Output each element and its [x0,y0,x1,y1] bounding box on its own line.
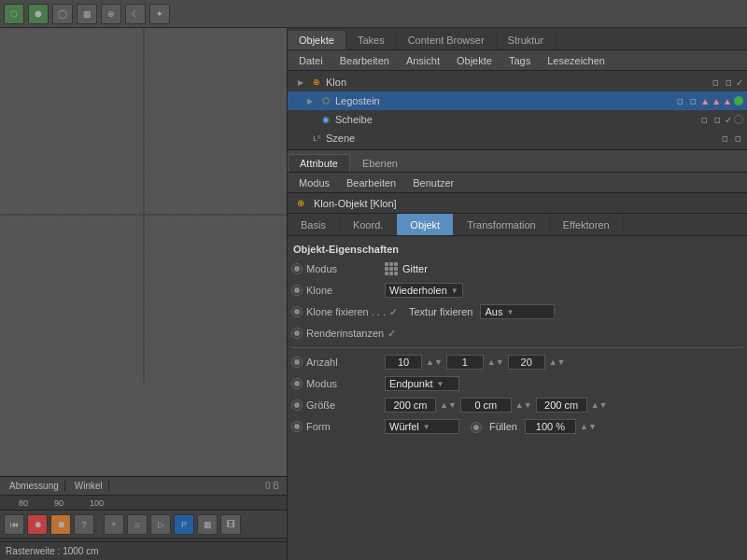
menu-bearbeiten[interactable]: Bearbeiten [332,53,397,68]
szene-icon: L⁰ [310,132,323,145]
tool-icon-3[interactable]: ◯ [52,4,73,24]
tool-icon-4[interactable]: ▦ [77,4,97,24]
scheibe-icon-1[interactable]: ◻ [698,114,710,125]
anzahl-z-input[interactable] [508,355,545,370]
legostein-icon-1[interactable]: ◻ [674,95,685,106]
tab-takes[interactable]: Takes [346,31,397,49]
sub-menu: Modus Bearbeiten Benutzer [288,173,747,193]
winkel-label: Winkel [69,481,109,491]
top-tab-bar: Objekte Takes Content Browser Struktur [288,28,747,50]
tab-effektoren[interactable]: Effektoren [550,214,624,235]
form-dropdown[interactable]: Würfel ▼ [385,419,459,434]
textur-fix-label: Textur fixieren [409,306,472,317]
tree-item-legostein[interactable]: ▶ ⬡ Legostein ◻ ◻ ▲ ▲ ▲ [288,91,747,110]
scheibe-icon: ◉ [319,113,332,126]
menu-bar: Datei Bearbeiten Ansicht Objekte Tags Le… [288,50,747,71]
sub-modus[interactable]: Modus [291,175,337,190]
menu-tags[interactable]: Tags [501,53,538,68]
textur-fix-dropdown[interactable]: Aus ▼ [480,304,555,319]
tool-icon-5[interactable]: ⊕ [101,4,121,24]
tab-transformation[interactable]: Transformation [454,214,550,235]
tab-attribute[interactable]: Attribute [288,154,350,172]
anzahl-y-input[interactable] [446,355,484,370]
tab-objekte[interactable]: Objekte [288,31,346,49]
tab-content-browser[interactable]: Content Browser [397,31,497,49]
modus-key: Modus [306,263,381,274]
tool-icon-2[interactable]: ⬢ [28,4,49,24]
tab-ebenen[interactable]: Ebenen [350,154,410,172]
klone-fix-key: Klone fixieren . . . [306,306,386,317]
prop-form-row: Form Würfel ▼ Füllen ▲▼ [291,416,743,437]
tree-item-klon[interactable]: ▶ ⊕ Klon ◻ ◻ ✓ [288,73,747,91]
prop-groesse-row: Größe ▲▼ ▲▼ ▲▼ [291,395,743,415]
menu-lesezeichen[interactable]: Lesezeichen [540,53,613,68]
key-btn-2[interactable]: ⌂ [127,514,148,535]
timeline-top-bar: Abmessung Winkel 0 B [0,477,287,496]
form-dropdown-arrow: ▼ [423,423,430,431]
tab-objekt[interactable]: Objekt [397,214,454,235]
sub-benutzer[interactable]: Benutzer [405,175,461,190]
groesse-step-y: ▲▼ [515,400,532,410]
rasterweite-text: Rasterweite : 1000 cm [6,546,99,556]
szene-name: Szene [326,133,716,144]
fuellen-radio[interactable] [471,422,482,433]
groesse-z-input[interactable] [536,398,587,413]
groesse-y-input[interactable] [460,398,512,413]
fuellen-input[interactable] [525,419,576,434]
film-btn[interactable]: 🎞 [220,514,241,535]
stop-btn[interactable]: ⏹ [50,514,71,535]
modus-val: Gitter [402,263,428,274]
klon-vis-icon[interactable]: ◻ [710,77,721,88]
legostein-triangle-2: ▲ [712,96,721,106]
object-header: ⊕ Klon-Objekt [Klon] [288,193,747,214]
anzahl-step-x: ▲▼ [426,357,443,367]
pause-btn[interactable]: P [174,514,194,535]
anzahl-radio[interactable] [291,357,303,368]
zero-bar: 0 B [265,481,279,491]
question-btn[interactable]: ? [74,514,94,535]
tree-item-scheibe[interactable]: ◉ Scheibe ◻ ◻ ✓ [288,110,747,129]
tool-icon-1[interactable]: ⬡ [4,4,24,24]
klone-fix-radio[interactable] [291,306,303,317]
legostein-icon-2[interactable]: ◻ [687,95,698,106]
klon-name: Klon [326,77,707,88]
grid-btn[interactable]: ▦ [197,514,218,535]
modus2-dropdown[interactable]: Endpunkt ▼ [385,376,459,391]
groesse-radio[interactable] [291,399,303,411]
anzahl-x-input[interactable] [385,355,422,370]
klone-radio[interactable] [291,285,303,296]
tool-icon-6[interactable]: ☾ [125,4,146,24]
tab-struktur[interactable]: Struktur [497,31,557,49]
klon-lock-icon[interactable]: ◻ [723,77,734,88]
klone-dropdown[interactable]: Wiederholen ▼ [385,283,463,298]
szene-icon-2[interactable]: ◻ [732,133,743,144]
form-radio[interactable] [291,421,303,432]
modus2-radio[interactable] [291,378,303,389]
szene-icon-1[interactable]: ◻ [719,133,730,144]
modus-radio[interactable] [291,263,303,274]
tree-item-szene[interactable]: L⁰ Szene ◻ ◻ [288,129,747,147]
properties-content: Objekt-Eigenschaften Modus Gitter Klone [288,236,747,560]
ruler-mark-2: 90 [54,498,63,508]
winkel-text: Winkel [75,481,103,491]
prop-anzahl-row: Anzahl ▲▼ ▲▼ ▲▼ [291,352,743,372]
klon-right-icons: ◻ ◻ ✓ [710,77,743,88]
play-start-btn[interactable]: ⏮ [4,514,24,535]
top-toolbar: ⬡ ⬢ ◯ ▦ ⊕ ☾ ✦ [0,0,747,28]
record-btn[interactable]: ⏺ [27,514,48,535]
menu-ansicht[interactable]: Ansicht [399,53,447,68]
scheibe-icon-2[interactable]: ◻ [712,114,723,125]
tool-icon-7[interactable]: ✦ [149,4,170,24]
klon-arrow-icon: ▶ [298,78,307,87]
play-btn[interactable]: ▷ [150,514,171,535]
tab-koord[interactable]: Koord. [340,214,397,235]
klon-icon: ⊕ [310,76,323,89]
menu-objekte[interactable]: Objekte [449,53,500,68]
menu-datei[interactable]: Datei [291,53,331,68]
fuellen-label: Füllen [489,421,517,432]
render-radio[interactable] [291,328,303,339]
sub-bearbeiten[interactable]: Bearbeiten [339,175,403,190]
groesse-x-input[interactable] [385,398,436,413]
add-key-btn[interactable]: + [104,514,124,535]
tab-basis[interactable]: Basis [288,214,340,235]
